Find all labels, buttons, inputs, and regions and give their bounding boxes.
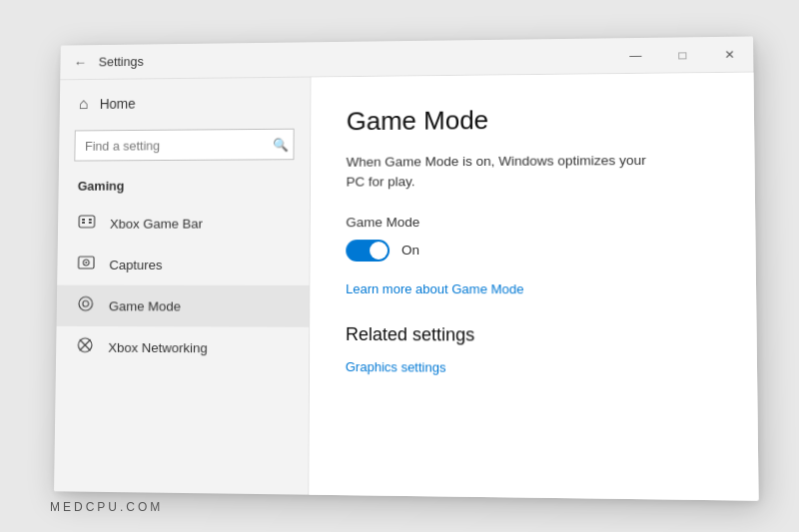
sidebar-home-item[interactable]: ⌂ Home	[60, 77, 311, 122]
svg-rect-4	[89, 221, 92, 223]
related-settings-title: Related settings	[346, 323, 719, 346]
sidebar-item-captures[interactable]: Captures	[57, 244, 310, 285]
svg-rect-2	[89, 219, 92, 221]
xbox-game-bar-icon	[77, 213, 97, 235]
search-box: 🔍	[74, 128, 294, 161]
page-wrapper: ← Settings — □ ✕ ⌂ Home 🔍	[0, 0, 799, 532]
window-body: ⌂ Home 🔍 Gaming	[54, 72, 759, 500]
captures-icon	[77, 254, 97, 275]
minimize-button[interactable]: —	[612, 37, 659, 73]
xbox-networking-icon	[75, 335, 95, 357]
toggle-knob	[370, 241, 388, 259]
svg-rect-3	[82, 221, 85, 223]
sidebar-item-label-xbox-networking: Xbox Networking	[108, 339, 208, 354]
sidebar-item-label-captures: Captures	[109, 257, 162, 271]
window-title: Settings	[99, 54, 144, 69]
svg-point-9	[83, 300, 89, 306]
game-mode-toggle[interactable]	[346, 239, 390, 261]
watermark: MEDCPU.COM	[50, 500, 163, 514]
svg-rect-1	[82, 219, 85, 221]
learn-more-link[interactable]: Learn more about Game Mode	[346, 280, 719, 296]
home-label: Home	[100, 95, 136, 111]
toggle-row: On	[346, 239, 718, 261]
toggle-state-label: On	[401, 243, 419, 258]
sidebar-item-label-xbox-game-bar: Xbox Game Bar	[110, 216, 203, 231]
svg-point-7	[85, 262, 87, 264]
graphics-settings-link[interactable]: Graphics settings	[346, 358, 446, 374]
content-description: When Game Mode is on, Windows optimizes …	[347, 150, 669, 192]
game-mode-icon	[76, 294, 96, 316]
svg-point-8	[79, 296, 93, 310]
close-button[interactable]: ✕	[706, 36, 754, 73]
svg-rect-0	[79, 216, 95, 228]
content-area: Game Mode When Game Mode is on, Windows …	[309, 72, 758, 500]
sidebar-section-label: Gaming	[58, 173, 310, 203]
sidebar-item-xbox-game-bar[interactable]: Xbox Game Bar	[58, 202, 310, 244]
search-icon: 🔍	[273, 137, 289, 152]
back-button[interactable]: ←	[72, 53, 89, 71]
sidebar-item-game-mode[interactable]: Game Mode	[57, 284, 310, 326]
window-controls: — □ ✕	[612, 36, 754, 74]
home-icon: ⌂	[79, 95, 88, 113]
settings-window: ← Settings — □ ✕ ⌂ Home 🔍	[54, 36, 759, 500]
maximize-button[interactable]: □	[659, 37, 706, 74]
page-title: Game Mode	[347, 103, 717, 137]
title-bar: ← Settings — □ ✕	[60, 36, 753, 80]
search-icon-button[interactable]: 🔍	[271, 135, 291, 154]
sidebar: ⌂ Home 🔍 Gaming	[54, 77, 312, 494]
sidebar-item-xbox-networking[interactable]: Xbox Networking	[56, 325, 309, 368]
game-mode-setting-label: Game Mode	[346, 213, 718, 229]
search-input[interactable]	[74, 128, 294, 161]
sidebar-item-label-game-mode: Game Mode	[109, 297, 181, 312]
